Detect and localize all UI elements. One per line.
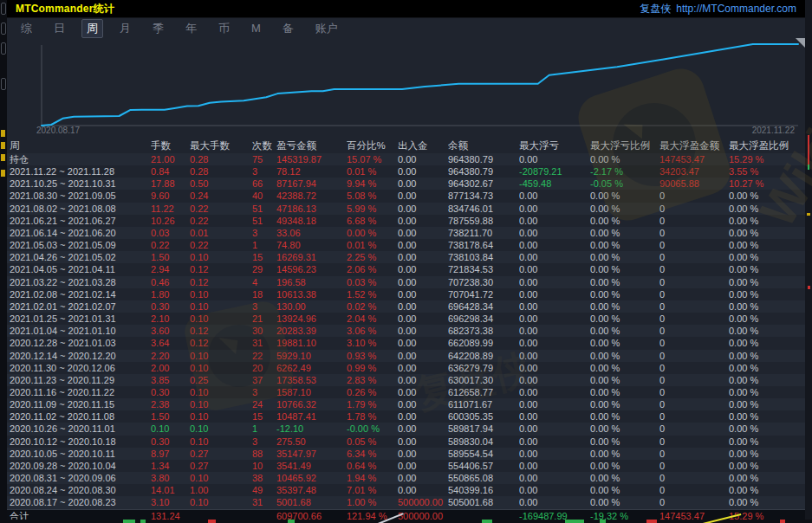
table-row[interactable]: 2021.10.25 ~ 2021.10.3117.880.506687167.… [7,178,805,190]
cell: 14.01 [151,484,190,496]
table-row[interactable]: 2021.06.21 ~ 2021.06.2710.260.225149348.… [7,215,805,227]
cell: 0.00 % [729,386,805,398]
cell: 0 [659,203,729,215]
table-row[interactable]: 2021.01.25 ~ 2021.01.312.100.102113924.9… [7,313,805,325]
column-header-9[interactable]: 最大浮亏比例 [590,139,659,153]
cell: 20283.39 [276,325,347,337]
cell: 964380.79 [448,153,519,165]
brand-label: 复盘侠 [640,3,671,15]
table-row[interactable]: 2021.05.03 ~ 2021.05.090.220.22174.800.0… [7,239,805,251]
menu-item-日[interactable]: 日 [49,19,70,38]
cell: 2.83 % [347,374,398,386]
cell: 30 [252,325,276,337]
cell: 2021.04.05 ~ 2021.04.11 [10,263,151,275]
cell: 0 [659,448,729,460]
table-row[interactable]: 2021.01.04 ~ 2021.01.103.600.123020283.3… [7,325,805,337]
cell: 0.00 % [729,325,805,337]
table-row[interactable]: 2020.12.28 ~ 2021.01.033.640.123119881.1… [7,337,805,349]
table-row[interactable]: 2020.11.02 ~ 2020.11.081.500.101510487.4… [7,410,805,423]
cell: 0.00 % [590,496,659,508]
cell: 0 [659,215,729,227]
table-row[interactable]: 2021.04.05 ~ 2021.04.112.940.122914596.2… [7,263,805,275]
column-header-7[interactable]: 余额 [448,139,519,153]
table-row[interactable]: 2021.08.02 ~ 2021.08.0811.220.225147186.… [7,203,805,215]
cell: 3 [252,386,276,398]
candle-fragment [600,520,606,523]
cell: 2021.06.21 ~ 2021.06.27 [10,215,151,227]
cell: 0.12 [190,325,252,337]
candle-fragment [808,135,809,165]
cell: 0.00 % [590,410,659,423]
column-header-4[interactable]: 盈亏金额 [276,139,347,153]
menu-item-季[interactable]: 季 [147,19,169,38]
cell: 5929.10 [276,350,347,362]
table-row[interactable]: 2020.10.12 ~ 2020.10.180.300.103275.500.… [7,436,805,448]
cell: 0.00 % [729,472,805,484]
table-row[interactable]: 2021.11.22 ~ 2021.11.280.840.28378.120.0… [7,165,805,178]
cell: 19881.10 [276,337,347,349]
menu-item-M[interactable]: M [246,20,266,36]
cell: 0.00 [398,410,448,423]
cell: 0.00 % [590,484,659,496]
table-row[interactable]: 2020.11.09 ~ 2020.11.152.380.102410766.3… [7,398,805,410]
table-row[interactable]: 2021.04.26 ~ 2021.05.021.500.101516269.3… [7,251,805,263]
column-header-3[interactable]: 次数 [252,139,276,153]
title-bar[interactable]: MTCommander统计 复盘侠http://MTCommander.com [7,0,805,18]
table-row[interactable]: 2020.12.14 ~ 2020.12.202.200.10225929.10… [7,350,805,362]
table-row[interactable]: 2020.08.24 ~ 2020.08.3014.011.004935397.… [7,484,805,496]
column-header-5[interactable]: 百分比% [347,139,398,153]
cell: 0.27 [190,460,252,472]
table-row[interactable]: 2020.08.17 ~ 2020.08.233.100.10315001.68… [7,496,805,508]
cell: 1.50 [151,251,190,263]
cell: 3.06 % [347,325,398,337]
cell: 0.01 % [347,239,398,251]
table-row[interactable]: 2020.11.23 ~ 2020.11.293.850.253717358.5… [7,374,805,386]
menu-item-月[interactable]: 月 [114,19,136,38]
table-row[interactable]: 2020.11.30 ~ 2020.12.062.000.10206262.49… [7,362,805,374]
table-row[interactable]: 2021.08.30 ~ 2021.09.059.600.244042388.7… [7,190,805,202]
cell: 75 [252,153,276,165]
cell: 0.10 [190,251,252,263]
candle-fragment [208,520,216,523]
menu-item-备[interactable]: 备 [277,19,299,38]
cell: 0.00 [519,386,590,398]
table-row[interactable]: 2020.10.05 ~ 2020.10.118.970.278835147.9… [7,448,805,460]
cell: 0.00 [398,472,448,484]
cell: 0.00 % [729,251,805,263]
menu-item-周[interactable]: 周 [81,19,103,38]
column-header-0[interactable]: 周 [10,139,151,153]
brand-url-link[interactable]: http://MTCommander.com [676,3,796,15]
cell: 0.00 % [729,190,805,202]
equity-chart[interactable]: 2020.08.17 2021.11.22 WikiFX [7,38,805,139]
table-row[interactable]: 持仓21.000.2875145319.8715.07 %0.00964380.… [7,153,805,165]
column-header-6[interactable]: 出入金 [398,139,448,153]
cell: 20 [252,362,276,374]
menu-item-综[interactable]: 综 [16,19,37,38]
cell: 0.12 [190,263,252,275]
menu-item-年[interactable]: 年 [180,19,202,38]
cell: 0.00 [519,460,590,472]
cell: 18 [252,288,276,300]
cell: 31 [252,337,276,349]
column-header-8[interactable]: 最大浮亏 [519,139,590,153]
menu-item-币[interactable]: 币 [213,19,235,38]
table-row[interactable]: 2020.09.28 ~ 2020.10.041.340.27103541.49… [7,460,805,472]
table-row[interactable]: 2021.02.08 ~ 2021.02.141.800.101810613.3… [7,288,805,300]
column-header-1[interactable]: 手数 [151,139,190,153]
cell: 0.10 [190,423,252,435]
menu-item-账户[interactable]: 账户 [310,19,343,38]
table-row[interactable]: 2020.11.16 ~ 2020.11.220.300.1031587.100… [7,386,805,398]
table-row[interactable]: 2021.03.22 ~ 2021.03.280.460.124196.580.… [7,276,805,288]
table-row[interactable]: 2021.02.01 ~ 2021.02.070.300.103130.000.… [7,300,805,313]
table-row[interactable]: 2021.06.14 ~ 2021.06.200.030.01333.060.0… [7,227,805,239]
resize-grip-icon[interactable] [796,38,805,48]
cell: 17358.53 [276,374,347,386]
column-header-10[interactable]: 最大浮盈金额 [659,139,729,153]
column-header-2[interactable]: 最大手数 [190,139,252,153]
column-header-11[interactable]: 最大浮盈比例 [729,139,805,153]
cell: 0.00 % [590,239,659,251]
table-row[interactable]: 2020.08.31 ~ 2020.09.063.800.103810465.9… [7,472,805,484]
cell: 2020.10.12 ~ 2020.10.18 [10,436,151,448]
cell: 0.10 [190,362,252,374]
table-row[interactable]: 2020.10.26 ~ 2020.11.010.100.101-12.10-0… [7,423,805,435]
